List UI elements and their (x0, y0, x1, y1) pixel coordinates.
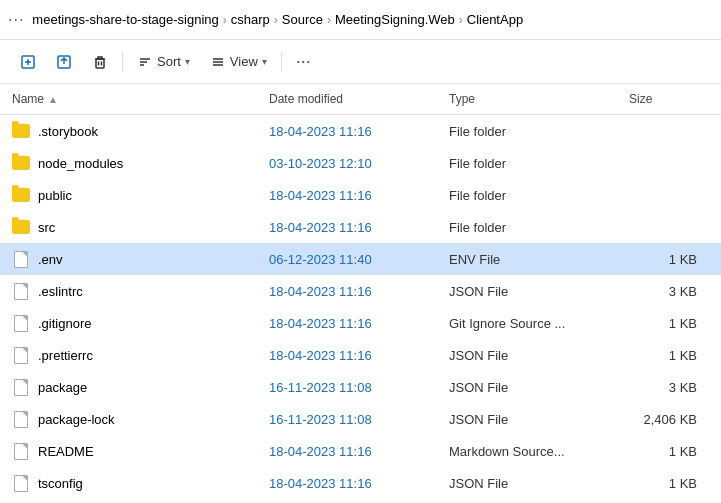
titlebar-menu-dots[interactable]: ··· (8, 11, 24, 29)
new-icon (20, 54, 36, 70)
file-name-text: .storybook (38, 124, 98, 139)
file-name-cell: public (12, 186, 269, 204)
file-type: JSON File (449, 284, 629, 299)
table-row[interactable]: src18-04-2023 11:16File folder (0, 211, 721, 243)
folder-icon (12, 122, 30, 140)
view-chevron-icon: ▾ (262, 56, 267, 67)
file-icon (12, 442, 30, 460)
breadcrumb-item-2[interactable]: Source (282, 12, 323, 27)
file-name-text: .gitignore (38, 316, 91, 331)
table-row[interactable]: package-lock16-11-2023 11:08JSON File2,4… (0, 403, 721, 435)
view-icon (210, 54, 226, 70)
file-date: 16-11-2023 11:08 (269, 412, 449, 427)
folder-icon (12, 218, 30, 236)
file-date: 18-04-2023 11:16 (269, 444, 449, 459)
sort-chevron-icon: ▾ (185, 56, 190, 67)
file-type: ENV File (449, 252, 629, 267)
table-row[interactable]: tsconfig18-04-2023 11:16JSON File1 KB (0, 467, 721, 499)
svg-rect-5 (96, 59, 104, 68)
file-name-cell: .env (12, 250, 269, 268)
titlebar: ··· meetings-share-to-stage-signing › cs… (0, 0, 721, 40)
file-size: 3 KB (629, 284, 709, 299)
file-name-text: .eslintrc (38, 284, 83, 299)
view-button[interactable]: View ▾ (202, 49, 275, 75)
table-row[interactable]: node_modules03-10-2023 12:10File folder (0, 147, 721, 179)
file-type: File folder (449, 188, 629, 203)
table-row[interactable]: .gitignore18-04-2023 11:16Git Ignore Sou… (0, 307, 721, 339)
file-name-cell: src (12, 218, 269, 236)
sort-icon (137, 54, 153, 70)
breadcrumb-item-1[interactable]: csharp (231, 12, 270, 27)
header-date-modified[interactable]: Date modified (269, 88, 449, 110)
file-date: 18-04-2023 11:16 (269, 476, 449, 491)
breadcrumb-item-4[interactable]: ClientApp (467, 12, 523, 27)
file-name-text: src (38, 220, 55, 235)
file-name-cell: tsconfig (12, 474, 269, 492)
file-name-cell: package-lock (12, 410, 269, 428)
file-date: 18-04-2023 11:16 (269, 316, 449, 331)
file-name-text: public (38, 188, 72, 203)
file-type: JSON File (449, 476, 629, 491)
file-type: JSON File (449, 380, 629, 395)
view-label: View (230, 54, 258, 69)
upload-icon (56, 54, 72, 70)
file-name-text: .prettierrc (38, 348, 93, 363)
name-sort-arrow: ▲ (48, 94, 58, 105)
file-type: Markdown Source... (449, 444, 629, 459)
file-list-header: Name ▲ Date modified Type Size (0, 84, 721, 115)
file-icon (12, 250, 30, 268)
file-type: File folder (449, 156, 629, 171)
file-name-text: package-lock (38, 412, 115, 427)
file-icon (12, 378, 30, 396)
breadcrumb: meetings-share-to-stage-signing › csharp… (32, 12, 713, 27)
header-name[interactable]: Name ▲ (12, 88, 269, 110)
table-row[interactable]: .prettierrc18-04-2023 11:16JSON File1 KB (0, 339, 721, 371)
file-type: File folder (449, 220, 629, 235)
table-row[interactable]: .storybook18-04-2023 11:16File folder (0, 115, 721, 147)
file-icon (12, 282, 30, 300)
breadcrumb-sep-0: › (223, 13, 227, 27)
file-type: JSON File (449, 348, 629, 363)
folder-icon (12, 186, 30, 204)
upload-button[interactable] (48, 49, 80, 75)
folder-icon (12, 154, 30, 172)
file-name-cell: README (12, 442, 269, 460)
delete-button[interactable] (84, 49, 116, 75)
file-size: 1 KB (629, 348, 709, 363)
file-name-cell: .prettierrc (12, 346, 269, 364)
file-list-scroll[interactable]: .storybook18-04-2023 11:16File foldernod… (0, 115, 721, 501)
file-type: File folder (449, 124, 629, 139)
file-date: 18-04-2023 11:16 (269, 124, 449, 139)
table-row[interactable]: README18-04-2023 11:16Markdown Source...… (0, 435, 721, 467)
breadcrumb-sep-1: › (274, 13, 278, 27)
table-row[interactable]: .env06-12-2023 11:40ENV File1 KB (0, 243, 721, 275)
file-name-text: tsconfig (38, 476, 83, 491)
breadcrumb-sep-3: › (459, 13, 463, 27)
table-row[interactable]: public18-04-2023 11:16File folder (0, 179, 721, 211)
toolbar: Sort ▾ View ▾ ··· (0, 40, 721, 84)
more-options-button[interactable]: ··· (288, 47, 319, 76)
file-type: JSON File (449, 412, 629, 427)
file-size: 1 KB (629, 316, 709, 331)
header-size[interactable]: Size (629, 88, 709, 110)
sort-button[interactable]: Sort ▾ (129, 49, 198, 75)
toolbar-separator-1 (122, 52, 123, 72)
breadcrumb-item-0[interactable]: meetings-share-to-stage-signing (32, 12, 218, 27)
toolbar-separator-2 (281, 52, 282, 72)
file-date: 06-12-2023 11:40 (269, 252, 449, 267)
file-date: 18-04-2023 11:16 (269, 348, 449, 363)
table-row[interactable]: package16-11-2023 11:08JSON File3 KB (0, 371, 721, 403)
header-type[interactable]: Type (449, 88, 629, 110)
file-icon (12, 346, 30, 364)
table-row[interactable]: .eslintrc18-04-2023 11:16JSON File3 KB (0, 275, 721, 307)
new-button[interactable] (12, 49, 44, 75)
file-list: .storybook18-04-2023 11:16File foldernod… (0, 115, 721, 499)
trash-icon (92, 54, 108, 70)
file-date: 03-10-2023 12:10 (269, 156, 449, 171)
file-size: 2,406 KB (629, 412, 709, 427)
file-date: 16-11-2023 11:08 (269, 380, 449, 395)
file-name-text: node_modules (38, 156, 123, 171)
file-name-text: package (38, 380, 87, 395)
file-size: 3 KB (629, 380, 709, 395)
breadcrumb-item-3[interactable]: MeetingSigning.Web (335, 12, 455, 27)
